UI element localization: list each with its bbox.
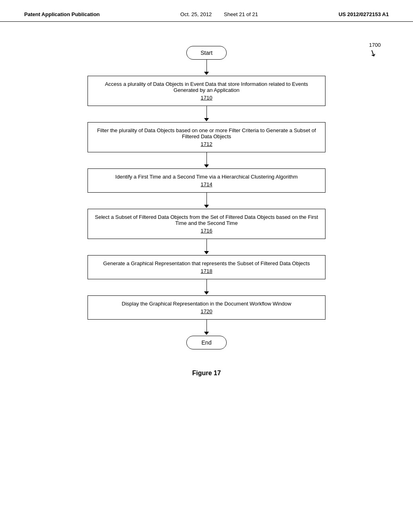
flowchart: Start Access a plurality of Data Objects… bbox=[81, 46, 332, 349]
diagram-label: 1700 ↙ bbox=[369, 42, 381, 59]
step-1710-num: 1710 bbox=[94, 95, 319, 101]
process-box-1716: Select a Subset of Filtered Data Objects… bbox=[88, 209, 325, 239]
step-1720-text: Display the Graphical Representation in … bbox=[122, 301, 291, 307]
process-box-1712: Filter the plurality of Data Objects bas… bbox=[88, 122, 325, 152]
step-1718-num: 1718 bbox=[94, 268, 319, 274]
arrow-start-to-1710 bbox=[204, 60, 209, 76]
step-1714-num: 1714 bbox=[94, 181, 319, 187]
arrow-1712-to-1714 bbox=[204, 152, 209, 168]
process-box-1710: Access a plurality of Data Objects in Ev… bbox=[88, 76, 325, 106]
step-1718-text: Generate a Graphical Representation that… bbox=[103, 260, 310, 266]
header: Patent Application Publication Oct. 25, … bbox=[0, 0, 413, 22]
content: 1700 ↙ Start Access a plurality of Data … bbox=[0, 22, 413, 393]
figure-caption: Figure 17 bbox=[192, 370, 221, 377]
header-center: Oct. 25, 2012 Sheet 21 of 21 bbox=[180, 11, 258, 17]
process-box-1718: Generate a Graphical Representation that… bbox=[88, 255, 325, 279]
step-1720-num: 1720 bbox=[94, 308, 319, 314]
step-1714-text: Identify a First Time and a Second Time … bbox=[115, 174, 298, 180]
step-1710-text: Access a plurality of Data Objects in Ev… bbox=[105, 81, 308, 93]
arrow-1710-to-1712 bbox=[204, 106, 209, 122]
step-1716-num: 1716 bbox=[94, 228, 319, 234]
arrow-1714-to-1716 bbox=[204, 193, 209, 209]
header-publication-label: Patent Application Publication bbox=[24, 11, 100, 17]
process-box-1720: Display the Graphical Representation in … bbox=[88, 295, 325, 320]
step-1712-text: Filter the plurality of Data Objects bas… bbox=[97, 127, 316, 139]
page: Patent Application Publication Oct. 25, … bbox=[0, 0, 413, 532]
start-terminal: Start bbox=[186, 46, 227, 60]
step-1716-text: Select a Subset of Filtered Data Objects… bbox=[95, 214, 318, 226]
header-sheet: Sheet 21 of 21 bbox=[224, 11, 258, 17]
header-patent: US 2012/0272153 A1 bbox=[338, 11, 389, 17]
arrow-1718-to-1720 bbox=[204, 279, 209, 295]
diagram-arrow-icon: ↙ bbox=[367, 47, 382, 61]
arrow-1716-to-1718 bbox=[204, 239, 209, 255]
header-date: Oct. 25, 2012 bbox=[180, 11, 212, 17]
arrow-1720-to-end bbox=[204, 320, 209, 336]
end-terminal: End bbox=[186, 336, 227, 349]
process-box-1714: Identify a First Time and a Second Time … bbox=[88, 168, 325, 193]
step-1712-num: 1712 bbox=[94, 141, 319, 147]
